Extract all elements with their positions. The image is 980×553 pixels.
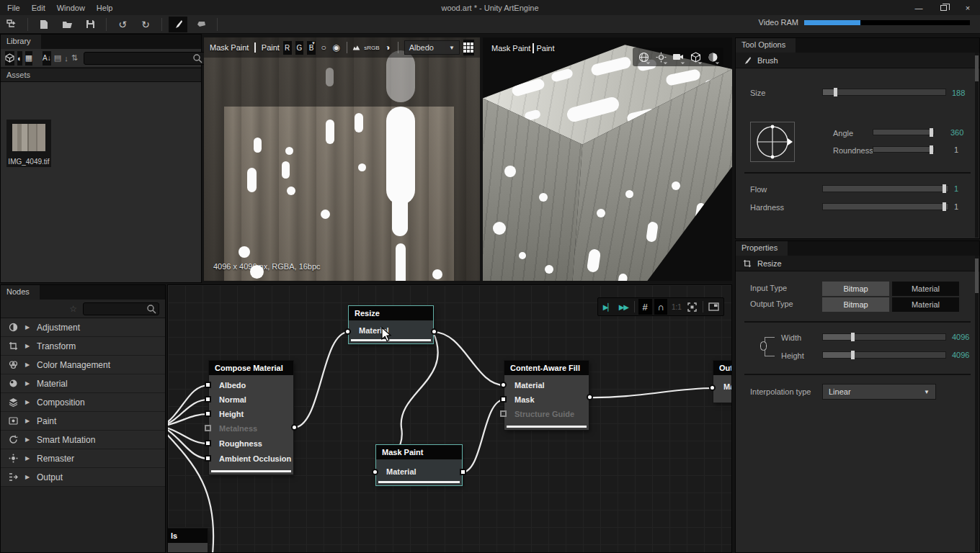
node-partial[interactable]: ls [167,529,208,553]
zoom-100-button[interactable]: 1:1 [669,299,683,315]
node-content-aware-fill[interactable]: Content-Aware Fill Material Mask Structu… [504,361,589,430]
save-button[interactable] [81,17,99,32]
interpolation-dropdown[interactable]: Linear ▼ [822,384,936,400]
menu-window[interactable]: Window [57,4,85,12]
input-port-material[interactable] [344,328,351,335]
output-type-material-button[interactable]: Material [892,297,959,312]
input-port-material[interactable] [372,469,378,475]
favorites-star-icon[interactable]: ☆ [69,304,77,314]
menu-file[interactable]: File [7,4,20,12]
grid-toggle-button[interactable]: # [638,299,652,315]
expand-arrow[interactable]: ▶ [25,361,37,368]
channel-green-button[interactable]: G [295,41,304,55]
width-value[interactable]: 4096 [952,333,969,341]
nodes-search[interactable] [83,302,159,315]
nodes-search-input[interactable] [84,305,146,313]
minimize-button[interactable]: — [906,0,931,15]
menu-help[interactable]: Help [97,4,113,12]
lighting-button[interactable] [654,50,667,63]
category-material[interactable]: ▶ Material [1,374,165,393]
input-port-height[interactable] [205,410,211,417]
exposure-button[interactable]: ◑ [383,42,392,53]
menu-edit[interactable]: Edit [32,4,45,12]
category-remaster[interactable]: ▶ Remaster [1,449,165,468]
height-value[interactable]: 4096 [952,351,969,359]
tab-mask-paint[interactable]: Mask Paint [491,44,530,53]
expand-arrow[interactable]: ▶ [25,324,37,331]
expand-arrow[interactable]: ▶ [25,436,37,443]
category-output[interactable]: ▶ Output [1,468,165,487]
channel-red-button[interactable]: R [283,41,292,55]
category-adjustment[interactable]: ▶ Adjustment [1,318,165,337]
input-port-roughness[interactable] [205,440,211,446]
library-search[interactable] [84,52,205,65]
expand-arrow[interactable]: ▶ [25,399,37,405]
roundness-value[interactable]: 1 [954,145,958,154]
tab-paint[interactable]: Paint [536,44,554,53]
new-file-button[interactable] [35,17,53,32]
expand-arrow[interactable]: ▶ [25,343,37,349]
input-port-albedo[interactable] [205,382,211,388]
tab-paint[interactable]: Paint [262,43,280,52]
hardness-slider[interactable] [822,203,949,210]
node-graph[interactable]: ▶▏ ▶▶ # ∩ 1:1 ls Compose Material Albedo… [167,284,732,553]
hardness-value[interactable]: 1 [954,202,958,211]
expand-arrow[interactable]: ▶ [25,380,37,387]
step-forward-button[interactable]: ▶▏ [601,299,615,315]
library-tab[interactable]: Library [1,35,41,49]
node-compose-material[interactable]: Compose Material Albedo Normal Height Me… [209,361,293,475]
close-button[interactable]: × [956,0,980,15]
input-port-mask[interactable] [500,396,507,403]
category-paint[interactable]: ▶ Paint [1,412,165,431]
flow-slider[interactable] [822,185,949,192]
expand-arrow[interactable]: ▶ [25,474,37,480]
map-select-dropdown[interactable]: Albedo ▼ [404,40,460,55]
input-port-material[interactable] [500,382,507,388]
nodes-tab[interactable]: Nodes [1,285,40,300]
category-transform[interactable]: ▶ Transform [1,337,165,356]
tab-mask-paint[interactable]: Mask Paint [210,43,249,52]
srgb-toggle[interactable]: sRGB [364,45,379,51]
size-value[interactable]: 188 [952,89,965,97]
input-port-normal[interactable] [205,396,211,403]
angle-value[interactable]: 360 [950,128,963,137]
sort-type-button[interactable]: ▤ [54,51,61,66]
environment-button[interactable] [637,50,650,63]
viewport-2d[interactable]: Mask Paint Paint R G B▼ ○ ◉ sRGB ◑ Albed… [204,37,480,281]
channel-blue-button[interactable]: B▼ [307,41,316,55]
width-slider[interactable] [822,333,946,341]
resize-section-header[interactable]: Resize [736,256,979,271]
category-smart-mutation[interactable]: ▶ Smart Mutation [1,431,165,449]
sort-direction-button[interactable]: ⇅ [71,51,78,66]
link-lock-icon[interactable] [760,341,767,351]
output-port[interactable] [460,469,466,475]
snap-toggle-button[interactable]: ∩ [654,299,668,315]
angle-slider[interactable] [873,129,935,135]
fit-view-button[interactable] [685,299,699,315]
expand-arrow[interactable]: ▶ [25,455,37,462]
node-output[interactable]: Output Material [713,361,732,403]
height-slider[interactable] [822,351,946,359]
input-type-material-button[interactable]: Material [892,282,959,296]
tiling-preview-button[interactable] [463,40,474,55]
scrollbar[interactable] [975,256,979,552]
roundness-slider[interactable] [873,146,935,153]
brush-shape-widget[interactable] [750,122,795,162]
tool-options-tab[interactable]: Tool Options [736,38,796,53]
size-slider[interactable] [822,89,946,96]
mesh-button[interactable] [689,50,702,63]
node-mask-paint[interactable]: Mask Paint Material [376,445,462,485]
input-port-material[interactable] [709,385,716,391]
eraser-tool-button[interactable] [192,17,210,32]
output-type-bitmap-button[interactable]: Bitmap [822,297,889,312]
minimap-button[interactable] [707,299,721,315]
sort-date-button[interactable]: ↓ [64,51,68,66]
histogram-icon[interactable] [352,43,360,52]
brush-tool-button[interactable] [169,17,187,32]
filter-materials-button[interactable]: ◐ [17,51,22,66]
output-port[interactable] [431,328,437,335]
asset-thumbnail[interactable]: IMG_4049.tif [6,120,51,167]
material-ball-button[interactable] [706,50,719,63]
library-search-input[interactable] [84,54,192,63]
open-file-button[interactable] [58,17,76,32]
